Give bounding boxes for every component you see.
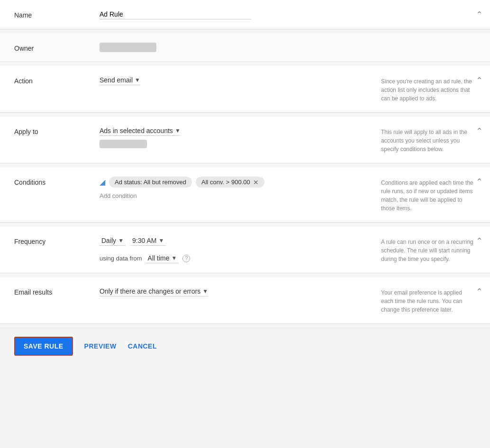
conditions-hint: Conditions are applied each time the rul… — [372, 177, 476, 213]
frequency-content: Daily ▼ 9:30 AM ▼ using data from All ti… — [100, 236, 372, 263]
apply-to-hint: This rule will apply to all ads in the a… — [372, 126, 476, 153]
time-dropdown[interactable]: 9:30 AM ▼ — [130, 236, 166, 246]
apply-to-dropdown-arrow: ▼ — [175, 127, 181, 134]
email-section: Email results Only if there are changes … — [0, 277, 490, 324]
conditions-label: Conditions — [14, 177, 100, 186]
conditions-content: ◢ Ad status: All but removed All conv. >… — [100, 177, 372, 199]
apply-to-collapse-btn[interactable]: ⌃ — [476, 126, 483, 136]
frequency-hint: A rule can run once or on a recurring sc… — [372, 236, 476, 263]
apply-to-value: Ads in selected accounts — [100, 127, 173, 134]
name-label: Name — [14, 9, 100, 19]
email-dropdown-arrow: ▼ — [202, 288, 208, 295]
apply-to-blurred — [100, 140, 147, 148]
name-content — [100, 9, 476, 19]
data-from-row: using data from All time ▼ ? — [100, 253, 372, 263]
apply-to-content: Ads in selected accounts ▼ — [100, 126, 372, 148]
filter-icon: ◢ — [100, 178, 105, 187]
name-collapse-btn[interactable]: ⌃ — [476, 9, 483, 20]
action-label: Action — [14, 75, 100, 85]
apply-to-section: Apply to Ads in selected accounts ▼ This… — [0, 116, 490, 163]
data-from-label: using data from — [100, 255, 142, 262]
owner-section: Owner — [0, 33, 490, 62]
preview-button[interactable]: PREVIEW — [84, 342, 117, 350]
condition-chip-2[interactable]: All conv. > 900.00 ✕ — [196, 177, 264, 188]
owner-label: Owner — [14, 43, 100, 52]
email-content: Only if there are changes or errors ▼ — [100, 287, 372, 296]
footer: SAVE RULE PREVIEW CANCEL — [0, 328, 490, 364]
action-hint: Since you're creating an ad rule, the ac… — [372, 75, 476, 103]
conditions-section: Conditions ◢ Ad status: All but removed … — [0, 167, 490, 223]
time-value: 9:30 AM — [132, 237, 156, 244]
email-dropdown[interactable]: Only if there are changes or errors ▼ — [100, 287, 208, 296]
chip2-text: All conv. > 900.00 — [201, 179, 250, 186]
action-collapse-btn[interactable]: ⌃ — [476, 75, 483, 86]
freq-dropdown[interactable]: Daily ▼ — [100, 236, 126, 246]
action-dropdown[interactable]: Send email ▼ — [100, 75, 140, 85]
frequency-collapse-btn[interactable]: ⌃ — [476, 236, 483, 246]
action-content: Send email ▼ — [100, 75, 372, 85]
email-collapse-btn[interactable]: ⌃ — [476, 287, 483, 297]
conditions-row: ◢ Ad status: All but removed All conv. >… — [100, 177, 372, 188]
data-from-value: All time — [148, 254, 170, 262]
data-from-dropdown-arrow: ▼ — [172, 255, 177, 261]
action-section: Action Send email ▼ Since you're creatin… — [0, 66, 490, 113]
email-hint: Your email preference is applied each ti… — [372, 287, 476, 314]
name-section: Name ⌃ — [0, 0, 490, 29]
conditions-collapse-btn[interactable]: ⌃ — [476, 177, 483, 187]
email-value: Only if there are changes or errors — [100, 287, 200, 295]
cancel-button[interactable]: CANCEL — [128, 342, 157, 350]
name-input[interactable] — [100, 9, 251, 19]
save-rule-button[interactable]: SAVE RULE — [14, 337, 73, 356]
apply-to-dropdown[interactable]: Ads in selected accounts ▼ — [100, 126, 181, 136]
page-container: Name ⌃ Owner Action Send email ▼ Since y… — [0, 0, 490, 364]
add-condition-link[interactable]: Add condition — [100, 192, 372, 199]
action-value: Send email — [100, 76, 133, 84]
frequency-section: Frequency Daily ▼ 9:30 AM ▼ using data f… — [0, 226, 490, 273]
data-from-dropdown[interactable]: All time ▼ — [146, 253, 179, 263]
condition-chip-1[interactable]: Ad status: All but removed — [109, 177, 192, 188]
frequency-row: Daily ▼ 9:30 AM ▼ — [100, 236, 372, 246]
freq-dropdown-arrow: ▼ — [118, 237, 124, 244]
help-icon[interactable]: ? — [182, 255, 190, 262]
freq-value: Daily — [101, 237, 116, 244]
frequency-label: Frequency — [14, 236, 100, 245]
apply-to-label: Apply to — [14, 126, 100, 135]
owner-blurred — [100, 43, 156, 52]
chip1-text: Ad status: All but removed — [115, 179, 186, 186]
time-dropdown-arrow: ▼ — [158, 237, 164, 244]
action-dropdown-arrow: ▼ — [135, 77, 140, 83]
owner-content — [100, 43, 476, 52]
chip2-close-icon[interactable]: ✕ — [253, 179, 259, 186]
email-label: Email results — [14, 287, 100, 296]
